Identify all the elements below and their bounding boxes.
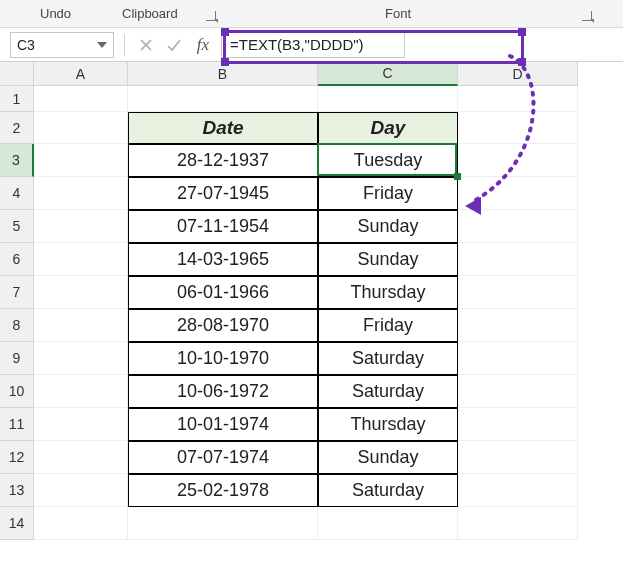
ribbon-label-undo: Undo bbox=[40, 6, 71, 21]
cell-C6[interactable]: Sunday bbox=[318, 243, 458, 276]
cell-B5[interactable]: 07-11-1954 bbox=[128, 210, 318, 243]
row-header-1[interactable]: 1 bbox=[0, 86, 34, 112]
row-header-14[interactable]: 14 bbox=[0, 507, 34, 540]
name-box-value: C3 bbox=[17, 37, 35, 53]
cell-B14[interactable] bbox=[128, 507, 318, 540]
cell-C11[interactable]: Thursday bbox=[318, 408, 458, 441]
divider bbox=[124, 34, 125, 56]
cell-B11[interactable]: 10-01-1974 bbox=[128, 408, 318, 441]
cell-B12[interactable]: 07-07-1974 bbox=[128, 441, 318, 474]
cell-A14[interactable] bbox=[34, 507, 128, 540]
cell-A9[interactable] bbox=[34, 342, 128, 375]
spreadsheet-grid[interactable]: ABCD12DateDay328-12-1937Tuesday427-07-19… bbox=[0, 62, 578, 540]
cell-C12[interactable]: Sunday bbox=[318, 441, 458, 474]
dialog-launcher-font[interactable] bbox=[582, 9, 592, 24]
ribbon-label-font: Font bbox=[385, 6, 411, 21]
cell-A11[interactable] bbox=[34, 408, 128, 441]
cell-D3[interactable] bbox=[458, 144, 578, 177]
column-header-A[interactable]: A bbox=[34, 62, 128, 86]
cell-B10[interactable]: 10-06-1972 bbox=[128, 375, 318, 408]
column-header-D[interactable]: D bbox=[458, 62, 578, 86]
formula-input[interactable]: =TEXT(B3,"DDDD") bbox=[221, 32, 405, 58]
column-header-B[interactable]: B bbox=[128, 62, 318, 86]
cell-B6[interactable]: 14-03-1965 bbox=[128, 243, 318, 276]
cell-D6[interactable] bbox=[458, 243, 578, 276]
cell-D8[interactable] bbox=[458, 309, 578, 342]
row-header-7[interactable]: 7 bbox=[0, 276, 34, 309]
cell-B13[interactable]: 25-02-1978 bbox=[128, 474, 318, 507]
cell-C10[interactable]: Saturday bbox=[318, 375, 458, 408]
cell-C9[interactable]: Saturday bbox=[318, 342, 458, 375]
cell-B1[interactable] bbox=[128, 86, 318, 112]
cell-C14[interactable] bbox=[318, 507, 458, 540]
annotation-arrow-head bbox=[465, 197, 481, 215]
cell-C13[interactable]: Saturday bbox=[318, 474, 458, 507]
cell-C3[interactable]: Tuesday bbox=[318, 144, 458, 177]
ribbon-group-labels: Undo Clipboard Font bbox=[0, 0, 623, 28]
cell-A8[interactable] bbox=[34, 309, 128, 342]
formula-bar: C3 fx =TEXT(B3,"DDDD") bbox=[0, 28, 623, 62]
select-all-corner[interactable] bbox=[0, 62, 34, 86]
cell-D1[interactable] bbox=[458, 86, 578, 112]
cell-C1[interactable] bbox=[318, 86, 458, 112]
cell-B4[interactable]: 27-07-1945 bbox=[128, 177, 318, 210]
cell-C7[interactable]: Thursday bbox=[318, 276, 458, 309]
cell-B7[interactable]: 06-01-1966 bbox=[128, 276, 318, 309]
table-header-day[interactable]: Day bbox=[318, 112, 458, 144]
cell-A12[interactable] bbox=[34, 441, 128, 474]
row-header-5[interactable]: 5 bbox=[0, 210, 34, 243]
table-header-date[interactable]: Date bbox=[128, 112, 318, 144]
cell-D14[interactable] bbox=[458, 507, 578, 540]
row-header-12[interactable]: 12 bbox=[0, 441, 34, 474]
cell-D12[interactable] bbox=[458, 441, 578, 474]
cell-A6[interactable] bbox=[34, 243, 128, 276]
cell-D2[interactable] bbox=[458, 112, 578, 144]
fx-button[interactable]: fx bbox=[191, 35, 215, 55]
cell-A10[interactable] bbox=[34, 375, 128, 408]
row-header-11[interactable]: 11 bbox=[0, 408, 34, 441]
cell-C5[interactable]: Sunday bbox=[318, 210, 458, 243]
ribbon-label-clipboard: Clipboard bbox=[122, 6, 178, 21]
row-header-13[interactable]: 13 bbox=[0, 474, 34, 507]
cell-A2[interactable] bbox=[34, 112, 128, 144]
cancel-formula-button[interactable] bbox=[135, 34, 157, 56]
cell-A13[interactable] bbox=[34, 474, 128, 507]
row-header-4[interactable]: 4 bbox=[0, 177, 34, 210]
cell-A4[interactable] bbox=[34, 177, 128, 210]
enter-formula-button[interactable] bbox=[163, 34, 185, 56]
cell-D11[interactable] bbox=[458, 408, 578, 441]
cell-D7[interactable] bbox=[458, 276, 578, 309]
cell-C4[interactable]: Friday bbox=[318, 177, 458, 210]
row-header-10[interactable]: 10 bbox=[0, 375, 34, 408]
row-header-6[interactable]: 6 bbox=[0, 243, 34, 276]
formula-text: =TEXT(B3,"DDDD") bbox=[230, 36, 364, 53]
cell-A3[interactable] bbox=[34, 144, 128, 177]
row-header-8[interactable]: 8 bbox=[0, 309, 34, 342]
cell-A1[interactable] bbox=[34, 86, 128, 112]
cell-C8[interactable]: Friday bbox=[318, 309, 458, 342]
cell-A5[interactable] bbox=[34, 210, 128, 243]
name-box[interactable]: C3 bbox=[10, 32, 114, 58]
chevron-down-icon[interactable] bbox=[97, 42, 107, 48]
cell-B3[interactable]: 28-12-1937 bbox=[128, 144, 318, 177]
cell-D10[interactable] bbox=[458, 375, 578, 408]
dialog-launcher-clipboard[interactable] bbox=[206, 9, 216, 24]
cell-B8[interactable]: 28-08-1970 bbox=[128, 309, 318, 342]
cell-A7[interactable] bbox=[34, 276, 128, 309]
cell-D13[interactable] bbox=[458, 474, 578, 507]
column-header-C[interactable]: C bbox=[318, 62, 458, 86]
row-header-2[interactable]: 2 bbox=[0, 112, 34, 144]
cell-B9[interactable]: 10-10-1970 bbox=[128, 342, 318, 375]
row-header-3[interactable]: 3 bbox=[0, 144, 34, 177]
cell-D9[interactable] bbox=[458, 342, 578, 375]
row-header-9[interactable]: 9 bbox=[0, 342, 34, 375]
selection-fill-handle[interactable] bbox=[454, 173, 461, 180]
